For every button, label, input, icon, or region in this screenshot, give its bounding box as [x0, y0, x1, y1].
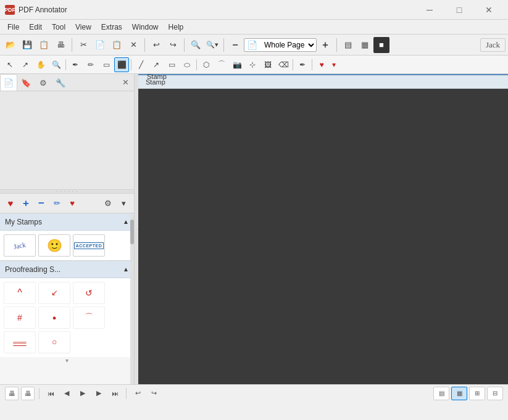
screenshot-tool[interactable]: 📷 — [230, 57, 244, 72]
area-select-tool[interactable]: ⬡ — [199, 57, 214, 72]
menu-edit[interactable]: Edit — [24, 20, 47, 34]
copy-button[interactable]: 📄 — [92, 37, 108, 53]
search2-button[interactable]: 🔍▾ — [204, 37, 220, 53]
proof-closeup2[interactable]: ⌒ — [73, 307, 105, 329]
select2-tool[interactable]: ↗ — [18, 57, 33, 72]
status-redo-nav[interactable]: ↪ — [147, 387, 160, 400]
stamp-smiley[interactable]: 🙂 — [38, 234, 70, 257]
search-button[interactable]: 🔍 — [188, 37, 204, 53]
tab-tools[interactable]: 🔧 — [52, 74, 69, 91]
scroll-down-arrow[interactable]: ▾ — [0, 357, 134, 364]
menu-tool[interactable]: Tool — [47, 20, 70, 34]
stamp-tool[interactable]: ⬛ — [114, 57, 129, 72]
proof-closeup1[interactable]: ● — [38, 307, 70, 329]
zoom-tool[interactable]: 🔍 — [49, 57, 64, 72]
zoom-minus-button[interactable]: − — [227, 37, 243, 53]
proof-spellout[interactable]: ○ — [38, 331, 70, 353]
close-button[interactable]: ✕ — [475, 0, 503, 20]
redo-button[interactable]: ↪ — [165, 37, 181, 53]
delete-button[interactable]: ✕ — [125, 37, 141, 53]
status-view2[interactable]: ▦ — [451, 387, 467, 400]
sep4 — [223, 38, 224, 52]
select-tool[interactable]: ↖ — [2, 57, 17, 72]
status-view1[interactable]: ▤ — [433, 387, 449, 400]
cut-button[interactable]: ✂ — [75, 37, 91, 53]
pen-tool[interactable]: ✒ — [68, 57, 83, 72]
my-stamps-header[interactable]: My Stamps ▲ — [0, 213, 134, 231]
menu-file[interactable]: File — [2, 20, 24, 34]
view-single-button[interactable]: ▤ — [340, 37, 356, 53]
undo-button[interactable]: ↩ — [148, 37, 164, 53]
favorites-tool[interactable]: ♥ — [314, 57, 329, 72]
save-button[interactable]: 💾 — [19, 37, 35, 53]
edit-text-tool[interactable]: ✒ — [295, 57, 310, 72]
menu-view[interactable]: View — [70, 20, 96, 34]
ellipse-tool[interactable]: ⬭ — [180, 57, 194, 72]
save2-button[interactable]: 📋 — [36, 37, 52, 53]
proof-insert[interactable]: ^ — [4, 282, 36, 304]
stamps-dropdown-button[interactable]: ▾ — [117, 197, 130, 210]
status-first-page[interactable]: ⏮ — [44, 387, 57, 400]
stamps-wrench-button[interactable]: ⚙ — [101, 197, 115, 210]
menu-window[interactable]: Window — [127, 20, 164, 34]
status-prev-page[interactable]: ◀ — [60, 387, 73, 400]
status-play[interactable]: ▶ — [76, 387, 90, 400]
rect-tool[interactable]: ▭ — [164, 57, 179, 72]
line-tool[interactable]: ╱ — [133, 57, 148, 72]
zoom-select[interactable]: Whole Page 50% 75% 100% 125% 150% 200% — [260, 39, 316, 51]
image-tool[interactable]: 🖼 — [260, 57, 275, 72]
stamp-jack[interactable]: Jack — [4, 234, 36, 257]
maximize-button[interactable]: □ — [445, 0, 473, 20]
stamps-scrollbar-thumb[interactable] — [130, 220, 134, 244]
view-black-button[interactable]: ■ — [373, 37, 389, 53]
canvas-area[interactable] — [138, 89, 508, 384]
proof-space[interactable]: # — [4, 307, 36, 329]
stamps-add-button[interactable]: + — [19, 197, 33, 210]
crop-tool[interactable]: ⊹ — [245, 57, 260, 72]
stamps-heart2-button[interactable]: ♥ — [65, 197, 79, 210]
tab-pages[interactable]: 📄 — [0, 74, 17, 91]
status-print2-button[interactable]: 🖶 — [21, 387, 35, 400]
minimize-button[interactable]: ─ — [415, 0, 444, 20]
proof-transpose[interactable]: ↺ — [73, 282, 105, 304]
search2-icon: 🔍▾ — [206, 41, 219, 49]
status-view3[interactable]: ⊞ — [469, 387, 485, 400]
arrow-tool[interactable]: ↗ — [149, 57, 164, 72]
proof-closeup2-symbol: ⌒ — [85, 312, 93, 323]
stamps-remove-button[interactable]: − — [35, 197, 48, 210]
zoom-plus-button[interactable]: + — [317, 37, 333, 53]
status-print-button[interactable]: 🖶 — [5, 387, 19, 400]
page-icon: 📄 — [244, 40, 260, 50]
paste-button[interactable]: 📋 — [109, 37, 125, 53]
status-view4[interactable]: ⊟ — [487, 387, 503, 400]
proofreading-header[interactable]: Proofreading S... ▲ — [0, 261, 134, 278]
text-tool[interactable]: ▭ — [99, 57, 114, 72]
canvas-tab: Stamp — [138, 74, 508, 89]
view-double-button[interactable]: ▦ — [357, 37, 373, 53]
stamps-heart-button[interactable]: ♥ — [4, 197, 17, 210]
stamp-accepted[interactable]: ACCEPTED — [73, 234, 105, 257]
tab-bookmarks[interactable]: 🔖 — [17, 74, 35, 91]
favorites-dropdown[interactable]: ▾ — [330, 57, 338, 72]
annotation-toolbar: ↖ ↗ ✋ 🔍 ✒ ✏ ▭ ⬛ ╱ ↗ ▭ ⬭ ⬡ ⌒ 📷 ⊹ 🖼 ⌫ ✒ ♥ … — [0, 56, 508, 74]
stamps-scrollbar-track — [130, 213, 134, 384]
highlight-tool[interactable]: ✏ — [83, 57, 98, 72]
menu-extras[interactable]: Extras — [96, 20, 127, 34]
menu-help[interactable]: Help — [164, 20, 189, 34]
proof-underline[interactable]: ═══ — [4, 331, 36, 353]
tab-layers[interactable]: ⚙ — [35, 74, 52, 91]
print-button[interactable]: 🖶 — [52, 37, 69, 53]
stamps-edit-button[interactable]: ✏ — [50, 197, 64, 210]
left-panel-close[interactable]: ✕ — [119, 76, 132, 89]
hand-tool[interactable]: ✋ — [33, 57, 48, 72]
sep1 — [72, 38, 72, 52]
view-mode-tools: ▤ ▦ ■ — [340, 37, 389, 53]
status-next-page[interactable]: ▶ — [92, 387, 106, 400]
status-last-page[interactable]: ⏭ — [108, 387, 122, 400]
proof-delete[interactable]: ↙ — [38, 282, 70, 304]
lasso-tool[interactable]: ⌒ — [214, 57, 229, 72]
proof-insert-symbol: ^ — [17, 287, 22, 299]
erase-tool[interactable]: ⌫ — [276, 57, 291, 72]
status-undo-nav[interactable]: ↩ — [131, 387, 144, 400]
open-button[interactable]: 📂 — [2, 37, 19, 53]
